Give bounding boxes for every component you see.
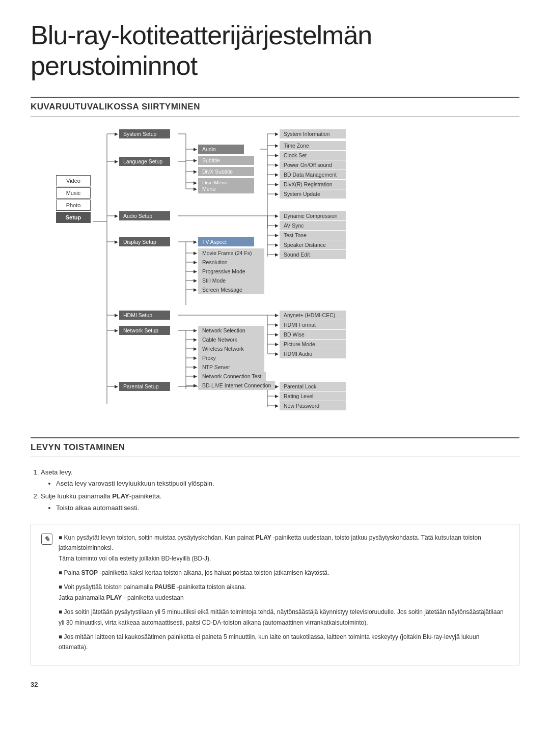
item-still-mode: ▶Still Mode xyxy=(194,276,264,285)
step1-text: Aseta levy. xyxy=(41,468,73,476)
note3: ■ Voit pysäyttää toiston painamalla PAUS… xyxy=(59,582,509,603)
item-av-sync: ▶AV Sync xyxy=(275,221,346,230)
item-bdlive-internet: ▶BD-LIVE Internet Connection xyxy=(194,381,275,390)
item-divx-registration: ▶DivX(R) Registration xyxy=(275,180,346,189)
item-wireless-network: ▶Wireless Network xyxy=(194,344,264,353)
item-rating-level: ▶Rating Level xyxy=(275,391,346,401)
item-hdmi-setup: ▶HDMI Setup xyxy=(115,311,170,320)
item-power-onoff: ▶Power On/Off sound xyxy=(275,160,346,170)
note5: ■ Jos mitään laitteen tai kaukosäätimen … xyxy=(59,632,509,653)
item-bd-data-management: ▶BD Data Management xyxy=(275,170,346,179)
note1: ■ Kun pysäytät levyn toiston, soitin mui… xyxy=(59,533,509,564)
item-anynet: ▶Anynet+ (HDMI-CEC) xyxy=(275,311,346,320)
left-nav: Video Music Photo Setup xyxy=(56,175,91,223)
section2-title: LEVYN TOISTAMINEN xyxy=(31,437,519,457)
nav-photo: Photo xyxy=(56,200,91,211)
item-screen-message: ▶Screen Message xyxy=(194,285,264,294)
item-proxy: ▶Proxy xyxy=(194,353,264,362)
step2-text: Sulje luukku painamalla PLAY-painiketta. xyxy=(41,492,161,500)
note-content: ■ Kun pysäytät levyn toiston, soitin mui… xyxy=(59,533,509,653)
item-tv-aspect: ▶TV Aspect xyxy=(194,237,254,246)
nav-music: Music xyxy=(56,187,91,199)
item-progressive-mode: ▶Progressive Mode xyxy=(194,267,264,276)
item-bd-wise: ▶BD Wise xyxy=(275,330,346,339)
instructions: Aseta levy. Aseta levy varovasti levyluu… xyxy=(31,467,519,514)
menu-diagram: Video Music Photo Setup xyxy=(56,127,453,427)
item-test-tone: ▶Test Tone xyxy=(275,231,346,240)
item-movie-frame: ▶Movie Frame (24 Fs) xyxy=(194,248,264,258)
item-parental-lock: ▶Parental Lock xyxy=(275,382,346,391)
item-parental-setup: ▶Parental Setup xyxy=(115,382,170,391)
item-system-setup: ▶System Setup xyxy=(115,129,170,138)
item-display-setup: ▶Display Setup xyxy=(115,237,170,246)
item-resolution: ▶Resolution xyxy=(194,258,264,267)
page-title: Blu-ray-kotiteatterijärjestelmän perusto… xyxy=(31,20,519,81)
item-time-zone: ▶Time Zone xyxy=(275,141,346,150)
note2: ■ Paina STOP -painiketta kaksi kertaa to… xyxy=(59,568,509,578)
item-system-information: ▶System Information xyxy=(275,129,346,138)
item-audio: ▶Audio xyxy=(194,145,244,154)
item-hdmi-format: ▶HDMI Format xyxy=(275,320,346,329)
item-network-setup: ▶Network Setup xyxy=(115,326,170,335)
note-box: ✎ ■ Kun pysäytät levyn toiston, soitin m… xyxy=(31,524,519,665)
item-picture-mode: ▶Picture Mode xyxy=(275,340,346,349)
item-new-password: ▶New Password xyxy=(275,401,346,410)
section1-title: KUVARUUTUVALIKOSSA SIIRTYMINEN xyxy=(31,97,519,117)
nav-video: Video xyxy=(56,175,91,186)
page-number: 32 xyxy=(31,681,519,688)
item-dynamic-compression: ▶Dynamic Compression xyxy=(275,211,346,220)
item-clock-set: ▶Clock Set xyxy=(275,151,346,160)
item-language-setup: ▶Language Setup xyxy=(115,157,170,166)
item-ntp-server: ▶NTP Server xyxy=(194,362,264,372)
item-sound-edit: ▶Sound Edit xyxy=(275,250,346,259)
note-icon: ✎ xyxy=(41,534,52,545)
step1-sub: Aseta levy varovasti levyluukkuun teksti… xyxy=(56,479,519,489)
item-speaker-distance: ▶Speaker Distance xyxy=(275,240,346,249)
item-hdmi-audio: ▶HDMI Audio xyxy=(275,349,346,358)
note4: ■ Jos soitin jätetään pysäytystilaan yli… xyxy=(59,607,509,628)
item-network-selection: ▶Network Selection xyxy=(194,326,264,335)
item-network-connection-test: ▶Network Connection Test xyxy=(194,372,266,381)
item-subtitle: ▶Subtitle xyxy=(194,156,254,165)
nav-setup: Setup xyxy=(56,212,91,223)
item-divx-subtitle: ▶DivX Subtitle xyxy=(194,167,254,176)
item-menu: ▶Menu xyxy=(194,184,254,193)
item-audio-setup: ▶Audio Setup xyxy=(115,211,170,220)
step2-sub: Toisto alkaa automaattisesti. xyxy=(56,503,519,514)
item-cable-network: ▶Cable Network xyxy=(194,335,264,344)
item-system-update: ▶System Update xyxy=(275,189,346,199)
